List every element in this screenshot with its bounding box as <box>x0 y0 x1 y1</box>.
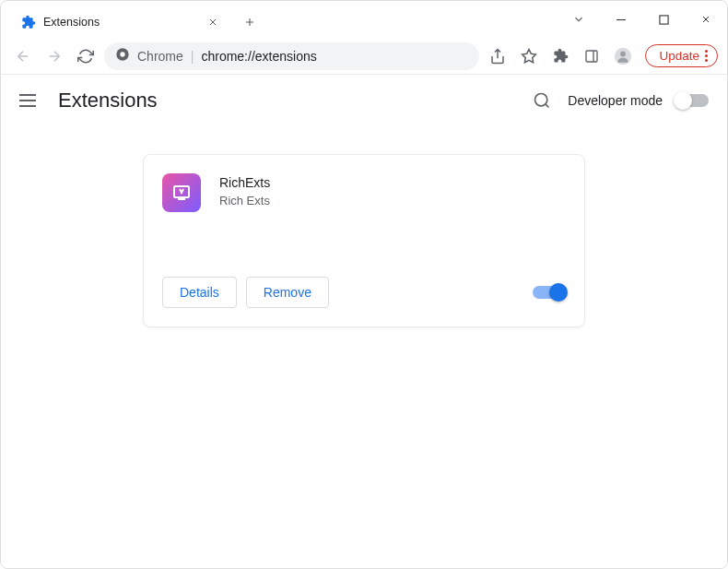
back-button[interactable] <box>10 43 36 69</box>
address-bar[interactable]: Chrome | chrome://extensions <box>104 42 479 70</box>
details-button[interactable]: Details <box>162 277 237 308</box>
tab-search-button[interactable] <box>558 1 600 38</box>
extension-puzzle-icon <box>21 15 36 30</box>
tab-title: Extensions <box>43 16 198 29</box>
extensions-list: RichExts Rich Exts Details Remove <box>1 126 727 355</box>
bookmark-star-icon[interactable] <box>516 43 542 69</box>
developer-mode-toggle[interactable] <box>675 94 709 107</box>
svg-rect-1 <box>659 15 667 23</box>
browser-tab[interactable]: Extensions <box>10 6 231 38</box>
new-tab-button[interactable] <box>237 9 263 35</box>
update-label: Update <box>659 49 699 63</box>
url-divider: | <box>191 49 194 64</box>
page-title: Extensions <box>58 89 158 113</box>
close-tab-icon[interactable] <box>205 15 220 30</box>
side-panel-icon[interactable] <box>579 43 605 69</box>
extension-enable-toggle[interactable] <box>533 286 566 299</box>
developer-mode-label: Developer mode <box>568 93 663 108</box>
svg-rect-0 <box>616 19 626 20</box>
reload-button[interactable] <box>73 43 99 69</box>
window-controls <box>558 1 727 38</box>
url-scheme: Chrome <box>137 49 183 64</box>
extension-name: RichExts <box>219 175 270 190</box>
search-icon[interactable] <box>529 88 555 113</box>
extension-icon <box>162 173 201 212</box>
update-button[interactable]: Update <box>645 44 718 67</box>
extension-card: RichExts Rich Exts Details Remove <box>143 154 585 327</box>
svg-point-9 <box>535 94 547 106</box>
menu-dots-icon <box>705 50 708 62</box>
close-window-button[interactable] <box>685 1 727 38</box>
share-icon[interactable] <box>485 43 511 69</box>
minimize-button[interactable] <box>600 1 642 38</box>
extension-description: Rich Exts <box>219 194 270 207</box>
chrome-logo-icon <box>115 47 130 65</box>
svg-point-8 <box>621 51 627 56</box>
page-header: Extensions Developer mode <box>1 75 727 126</box>
page-content: Extensions Developer mode RichExts Rich … <box>1 75 727 568</box>
remove-button[interactable]: Remove <box>246 277 329 308</box>
svg-marker-4 <box>523 49 536 62</box>
maximize-button[interactable] <box>642 1 685 38</box>
url-text: chrome://extensions <box>201 49 316 64</box>
svg-point-3 <box>120 52 124 56</box>
svg-rect-5 <box>586 51 597 62</box>
hamburger-menu-icon[interactable] <box>19 89 41 112</box>
profile-avatar-icon[interactable] <box>610 43 636 69</box>
forward-button[interactable] <box>41 43 67 69</box>
extensions-puzzle-icon[interactable] <box>547 43 573 69</box>
browser-toolbar: Chrome | chrome://extensions Update <box>1 38 727 75</box>
